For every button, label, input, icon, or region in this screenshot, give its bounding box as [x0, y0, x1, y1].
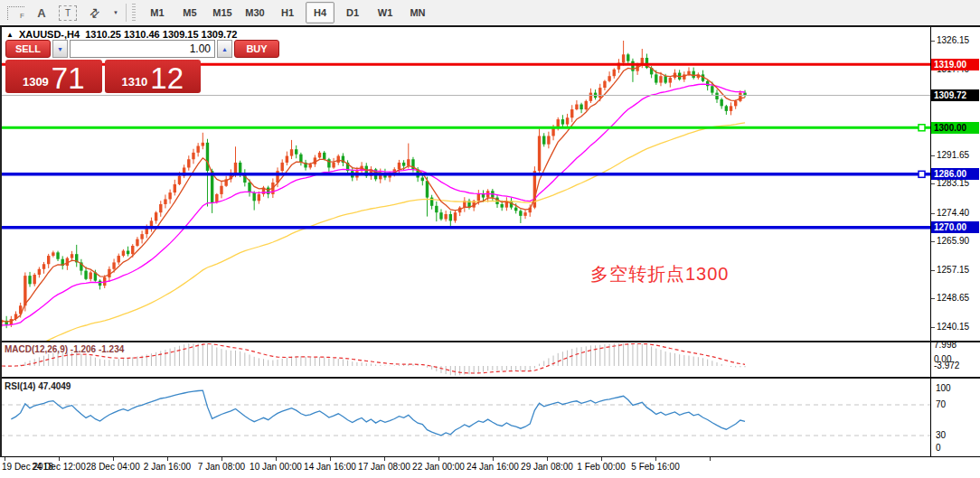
- price-scale-tick: [931, 327, 935, 328]
- price-badge-1286.00: 1286.00: [931, 168, 979, 180]
- time-axis-label: 17 Jan 08:00: [358, 462, 410, 472]
- arrow-dropdown-caret-icon[interactable]: ▼: [111, 4, 120, 22]
- hline-handle: [919, 171, 925, 177]
- window-border-left: [0, 27, 2, 457]
- macd-indicator-label: MACD(12,26,9) -1.206 -1.234: [5, 344, 124, 354]
- time-axis-label: 29 Jan 08:00: [521, 462, 573, 472]
- time-axis-label: 2 Jan 16:00: [144, 462, 191, 472]
- timeframe-button-m15[interactable]: M15: [208, 2, 237, 23]
- rsi-scale-label: 70: [936, 399, 946, 409]
- price-scale-label: 1291.65: [937, 150, 969, 160]
- price-scale-label: 1248.65: [937, 293, 969, 303]
- buy-button[interactable]: BUY: [234, 40, 279, 58]
- price-scale-label: 1274.40: [937, 208, 969, 218]
- macd-scale-label: 7.998: [934, 340, 956, 350]
- sell-button[interactable]: SELL: [5, 40, 51, 58]
- rsi-indicator-panel[interactable]: [0, 379, 931, 456]
- rsi-scale-label: 100: [936, 383, 951, 393]
- price-scale-tick: [931, 213, 935, 214]
- rsi-scale-label: 0: [936, 443, 941, 453]
- volume-input[interactable]: [70, 40, 215, 58]
- symbol-title: XAUUSD-,H4: [19, 29, 80, 40]
- time-axis-tick: [221, 457, 222, 461]
- timeframe-button-mn[interactable]: MN: [403, 2, 432, 23]
- bid-price-main: 1309: [23, 75, 49, 89]
- collapse-arrow-icon[interactable]: ▲: [6, 31, 14, 39]
- timeframe-button-group: M1M5M15M30H1H4D1W1MN: [143, 2, 432, 23]
- text-label-icon[interactable]: A: [33, 4, 50, 22]
- price-scale-tick: [931, 298, 935, 299]
- time-axis-label: 24 Jan 16:00: [466, 462, 519, 472]
- price-scale-tick: [931, 270, 935, 271]
- axis-separator: [0, 456, 980, 457]
- time-axis-label: 7 Jan 08:00: [198, 462, 245, 472]
- price-badge-1300.00: 1300.00: [931, 122, 979, 134]
- ma-mid: [2, 84, 745, 325]
- ask-price-main: 1310: [121, 75, 147, 89]
- timeframe-button-w1[interactable]: W1: [371, 2, 400, 23]
- time-axis-label: 24 Dec 12:00: [32, 462, 86, 472]
- price-scale-tick: [931, 241, 935, 242]
- volume-decrease-button[interactable]: ▼: [52, 40, 68, 58]
- timeframe-button-h4[interactable]: H4: [306, 2, 335, 23]
- price-scale-label: 1265.90: [937, 236, 969, 246]
- price-badge-1309.72: 1309.72: [931, 89, 979, 101]
- price-scale-label: 1326.15: [937, 35, 969, 45]
- price-scale-tick: [931, 41, 935, 42]
- price-scale-tick: [931, 183, 935, 184]
- price-badge-1270.00: 1270.00: [931, 221, 979, 233]
- time-axis-label: 14 Jan 16:00: [304, 462, 356, 472]
- price-badge-1319.00: 1319.00: [931, 59, 979, 70]
- time-axis-tick: [547, 457, 548, 461]
- trading-platform-window: FAT⇄▼ M1M5M15M30H1H4D1W1MN ▲ XAUUSD-,H4 …: [0, 0, 980, 478]
- time-axis-tick: [384, 457, 385, 461]
- symbol-bar: ▲ XAUUSD-,H4 1310.25 1310.46 1309.15 130…: [6, 29, 237, 40]
- macd-scale-label: -3.972: [934, 361, 959, 370]
- arrow-style-icon[interactable]: ⇄: [82, 1, 107, 25]
- price-scale-label: 1240.15: [937, 322, 969, 332]
- rsi-scale-label: 30: [936, 430, 946, 440]
- ma-slow: [2, 123, 745, 341]
- time-axis-label: 5 Feb 16:00: [631, 462, 679, 472]
- timeframe-button-h1[interactable]: H1: [273, 2, 302, 23]
- volume-increase-button[interactable]: ▲: [217, 40, 232, 58]
- time-axis-label: 28 Dec 04:00: [86, 462, 140, 472]
- fibonacci-tool-icon[interactable]: F: [7, 6, 24, 20]
- time-axis-tick: [167, 457, 168, 461]
- rsi-line: [11, 390, 745, 436]
- macd-indicator-panel[interactable]: [0, 342, 931, 377]
- timeframe-button-m30[interactable]: M30: [240, 2, 269, 23]
- tool-icon-group: FAT⇄▼: [0, 4, 120, 22]
- hline-handle: [919, 125, 925, 131]
- time-axis-tick: [330, 457, 331, 461]
- price-scale-tick: [931, 155, 935, 156]
- ask-price-panel[interactable]: 1310 12: [105, 60, 202, 93]
- toolbar-separator: [126, 4, 127, 22]
- bid-price-pips: 71: [52, 64, 85, 92]
- time-axis-tick: [710, 457, 711, 461]
- time-axis-tick: [438, 457, 439, 461]
- time-axis-tick: [59, 457, 60, 461]
- price-scale-label: 1257.15: [937, 265, 969, 275]
- time-axis-tick: [493, 457, 494, 461]
- time-axis-tick: [276, 457, 277, 461]
- bid-price-panel[interactable]: 1309 71: [5, 60, 102, 93]
- ask-price-pips: 12: [150, 64, 184, 92]
- symbol-ohlc-values: 1310.25 1310.46 1309.15 1309.72: [85, 29, 237, 40]
- time-axis-tick: [655, 457, 656, 461]
- time-axis-label: 22 Jan 00:00: [412, 462, 465, 472]
- time-axis-label: 1 Feb 00:00: [577, 462, 625, 472]
- rsi-indicator-label: RSI(14) 47.4049: [5, 381, 71, 391]
- toolbar: FAT⇄▼ M1M5M15M30H1H4D1W1MN: [0, 0, 980, 26]
- toolbar-grip[interactable]: [132, 4, 136, 22]
- text-box-icon[interactable]: T: [59, 5, 77, 21]
- chart-annotation-text[interactable]: 多空转折点1300: [590, 262, 730, 286]
- one-click-trading-widget: SELL ▼ ▲ BUY 1309 71 1310 12: [5, 40, 201, 93]
- time-axis-tick: [113, 457, 114, 461]
- time-axis-label: 10 Jan 00:00: [250, 462, 302, 472]
- timeframe-button-m1[interactable]: M1: [143, 2, 172, 23]
- time-axis-tick: [5, 457, 5, 461]
- timeframe-button-d1[interactable]: D1: [338, 2, 367, 23]
- time-axis-tick: [601, 457, 602, 461]
- timeframe-button-m5[interactable]: M5: [175, 2, 204, 23]
